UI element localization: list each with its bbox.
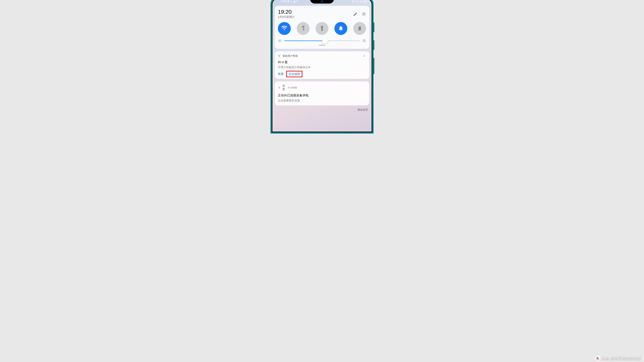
watermark-author: @玩手机的张先生 [610,356,642,361]
network-label: 4G [290,1,292,2]
phone-screen: 中国联通 4G [272,0,372,132]
quick-settings-panel: 19:20 1月9日星期六 [275,6,369,49]
clock-date: 1月9日星期六 [278,15,295,19]
flashlight-toggle[interactable] [316,22,328,35]
alarm-icon [356,0,358,3]
notification-card-settings[interactable]: 设置 8 分钟前 正在向已连接设备供电 点击查看更多选项 [275,81,369,105]
side-button [374,22,374,32]
usb-icon [278,86,281,89]
watermark-logo: 头 [595,356,600,361]
signal-icon [293,0,295,2]
notch [310,0,334,3]
bluetooth-icon [300,25,306,31]
side-button [374,58,374,74]
notification-app-name: 设置 [282,84,285,91]
front-camera [321,0,323,3]
wifi-status-icon [296,0,298,2]
notification-title: AI U 盘 [278,60,366,64]
notification-manage-link[interactable]: 通知管理 [275,105,369,112]
gear-icon[interactable] [362,12,366,16]
wifi-toggle[interactable] [278,22,291,35]
brightness-slider[interactable] [284,40,360,41]
brightness-thumb[interactable] [322,38,328,44]
svg-point-3 [364,40,365,41]
eye-icon [352,0,354,3]
vibrate-toggle[interactable] [353,22,366,35]
notification-time: 8 分钟前 [288,86,366,89]
notification-body: 可用于传输照片和媒体文件 [278,65,366,69]
bell-icon [338,25,344,31]
notification-body: 点击查看更多选项 [278,99,366,102]
brightness-low-icon [278,39,282,43]
notification-title: 正在向已连接设备供电 [278,93,366,97]
bluetooth-toggle[interactable] [297,22,310,35]
notification-toggle[interactable] [334,22,347,35]
clock-time: 19:20 [278,9,295,14]
svg-point-2 [279,40,280,41]
flashlight-icon [319,25,325,31]
chevron-up-icon[interactable] [362,54,366,58]
brightness-high-icon [362,39,366,43]
wifi-icon [282,25,287,31]
watermark-brand: 头条 [602,356,609,361]
safe-remove-action-button[interactable]: 安全移除 [286,71,302,77]
notification-app-name: 系统用户界面 [282,54,361,58]
panel-handle[interactable] [319,45,325,45]
carrier-label: 中国联通 [280,0,290,3]
svg-point-1 [364,13,364,14]
side-button [374,40,374,50]
notification-card-usb[interactable]: 系统用户界面 AI U 盘 可用于传输照片和媒体文件 查看 安全移除 [275,51,369,79]
watermark: 头 头条 @玩手机的张先生 [595,356,642,361]
battery-percent: 26% [359,0,364,3]
view-action-button[interactable]: 查看 [278,72,284,76]
vibrate-icon [357,25,362,31]
phone-frame: 中国联通 4G [270,0,374,134]
usb-icon [278,54,281,57]
battery-icon [364,0,368,2]
edit-icon[interactable] [353,12,358,16]
